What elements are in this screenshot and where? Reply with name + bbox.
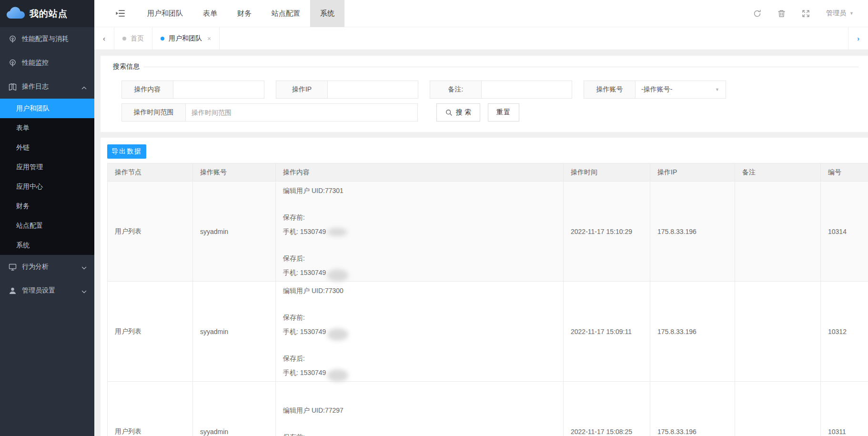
topnav-item-system[interactable]: 系统 bbox=[310, 0, 344, 27]
cell-time: 2022-11-17 15:08:25 bbox=[564, 382, 650, 436]
submenu-item-forms[interactable]: 表单 bbox=[0, 118, 94, 138]
cell-ip: 175.8.33.196 bbox=[650, 282, 735, 382]
submenu-item-system[interactable]: 系统 bbox=[0, 235, 94, 255]
topnav-item-forms[interactable]: 表单 bbox=[193, 0, 227, 27]
topnav-item-finance[interactable]: 财务 bbox=[227, 0, 262, 27]
search-field-note: 备注: bbox=[430, 81, 572, 99]
site-logo[interactable]: 我的站点 bbox=[0, 0, 94, 27]
app-window: 我的站点 性能配置与消耗 性能监控 操作日志 用户和团队 表单 bbox=[0, 0, 868, 436]
trash-icon[interactable] bbox=[777, 10, 786, 18]
reset-button-label: 重置 bbox=[496, 108, 511, 117]
cell-id: 10311 bbox=[821, 382, 868, 436]
broadcast-icon bbox=[9, 59, 17, 67]
monitor-icon bbox=[9, 263, 17, 271]
search-panel: 搜索信息 操作内容 操作IP 备注: bbox=[101, 56, 868, 132]
search-field-account: 操作账号 -操作账号- ▼ bbox=[584, 81, 726, 99]
tab-label: 用户和团队 bbox=[169, 34, 202, 43]
search-field-ip: 操作IP bbox=[276, 81, 418, 99]
sidebar-item-label: 操作日志 bbox=[22, 82, 49, 91]
table-header-row: 操作节点 操作账号 操作内容 操作时间 操作IP 备注 编号 bbox=[108, 163, 868, 182]
cell-note bbox=[735, 282, 821, 382]
cell-account: syyadmin bbox=[193, 182, 276, 282]
field-label: 操作时间范围 bbox=[122, 104, 186, 121]
chevron-up-icon bbox=[81, 84, 87, 90]
time-range-input[interactable] bbox=[186, 104, 417, 121]
close-tab-icon[interactable]: × bbox=[207, 35, 211, 42]
sidebar-item-admin-settings[interactable]: 管理员设置 bbox=[0, 279, 94, 303]
export-data-button[interactable]: 导出数据 bbox=[107, 144, 146, 159]
search-button[interactable]: 搜索 bbox=[436, 103, 480, 122]
tabs-scroll-right-button[interactable]: › bbox=[848, 27, 868, 50]
topnav-item-users-teams[interactable]: 用户和团队 bbox=[137, 0, 193, 27]
sidebar-item-performance-config[interactable]: 性能配置与消耗 bbox=[0, 27, 94, 51]
log-table-panel: 导出数据 操作节点 操作账号 操作内容 操作时间 操作IP 备注 bbox=[101, 138, 868, 436]
sidebar-item-performance-monitor[interactable]: 性能监控 bbox=[0, 51, 94, 75]
cell-ip: 175.8.33.196 bbox=[650, 182, 735, 282]
redacted-blur bbox=[327, 269, 348, 282]
submenu-item-app-management[interactable]: 应用管理 bbox=[0, 157, 94, 177]
table-row[interactable]: 用户列表 syyadmin 编辑用户 UID:77301 保存前: 手机: 15… bbox=[108, 182, 868, 282]
fullscreen-icon[interactable] bbox=[802, 10, 810, 18]
col-header-account: 操作账号 bbox=[193, 163, 276, 182]
tab-users-teams[interactable]: 用户和团队 × bbox=[152, 27, 220, 50]
reset-button[interactable]: 重置 bbox=[488, 103, 519, 122]
col-header-time: 操作时间 bbox=[564, 163, 650, 182]
operation-account-select[interactable]: -操作账号- ▼ bbox=[636, 81, 726, 98]
table-row[interactable]: 用户列表 syyadmin 编辑用户 UID:77297 保存前: 手机: 15… bbox=[108, 382, 868, 436]
cell-account: syyadmin bbox=[193, 282, 276, 382]
tab-label: 首页 bbox=[131, 34, 144, 43]
sidebar-item-operation-log[interactable]: 操作日志 bbox=[0, 75, 94, 99]
operation-log-submenu: 用户和团队 表单 外链 应用管理 应用中心 财务 站点配置 系统 bbox=[0, 99, 94, 255]
sidebar-item-label: 管理员设置 bbox=[22, 286, 55, 295]
submenu-item-app-center[interactable]: 应用中心 bbox=[0, 177, 94, 196]
cell-content: 编辑用户 UID:77300 保存前: 手机: 1530749 保存后: 手机:… bbox=[276, 282, 564, 382]
tabs-scroll-left-button[interactable]: ‹ bbox=[94, 27, 114, 50]
cell-node: 用户列表 bbox=[108, 282, 193, 382]
submenu-item-users-teams[interactable]: 用户和团队 bbox=[0, 99, 94, 118]
redacted-blur bbox=[327, 369, 348, 382]
col-header-note: 备注 bbox=[735, 163, 821, 182]
col-header-content: 操作内容 bbox=[276, 163, 564, 182]
topnav-item-site-config[interactable]: 站点配置 bbox=[262, 0, 310, 27]
search-icon bbox=[445, 109, 453, 116]
search-row-1: 操作内容 操作IP 备注: 操作账号 bbox=[121, 81, 858, 99]
table-row[interactable]: 用户列表 syyadmin 编辑用户 UID:77300 保存前: 手机: 15… bbox=[108, 282, 868, 382]
cell-time: 2022-11-17 15:09:11 bbox=[564, 282, 650, 382]
col-header-ip: 操作IP bbox=[650, 163, 735, 182]
note-input[interactable] bbox=[482, 81, 572, 98]
refresh-icon[interactable] bbox=[753, 10, 761, 18]
sidebar-item-label: 性能配置与消耗 bbox=[22, 35, 69, 43]
submenu-item-external-links[interactable]: 外链 bbox=[0, 138, 94, 157]
book-icon bbox=[9, 83, 17, 91]
operation-content-input[interactable] bbox=[173, 81, 264, 98]
cell-node: 用户列表 bbox=[108, 182, 193, 282]
tab-status-dot bbox=[161, 37, 164, 41]
tab-home[interactable]: 首页 bbox=[114, 27, 152, 50]
content-area: 搜索信息 操作内容 操作IP 备注: bbox=[94, 50, 868, 436]
submenu-item-finance[interactable]: 财务 bbox=[0, 196, 94, 216]
cell-note bbox=[735, 182, 821, 282]
redacted-blur bbox=[327, 328, 348, 341]
search-panel-title: 搜索信息 bbox=[110, 62, 143, 71]
operation-ip-input[interactable] bbox=[328, 81, 418, 98]
cell-ip: 175.8.33.196 bbox=[650, 382, 735, 436]
user-menu[interactable]: 管理员 ▼ bbox=[826, 9, 854, 18]
field-label: 备注: bbox=[430, 81, 482, 98]
sidebar-item-behavior-analysis[interactable]: 行为分析 bbox=[0, 255, 94, 279]
field-label: 操作账号 bbox=[584, 81, 636, 98]
selected-option: -操作账号- bbox=[641, 85, 672, 94]
chevron-down-icon bbox=[81, 264, 87, 270]
sidebar: 我的站点 性能配置与消耗 性能监控 操作日志 用户和团队 表单 bbox=[0, 0, 94, 436]
submenu-item-site-config[interactable]: 站点配置 bbox=[0, 216, 94, 235]
col-header-node: 操作节点 bbox=[108, 163, 193, 182]
user-icon bbox=[9, 287, 17, 295]
operation-log-table: 操作节点 操作账号 操作内容 操作时间 操作IP 备注 编号 用户列表 bbox=[107, 163, 868, 436]
cell-content: 编辑用户 UID:77301 保存前: 手机: 1530749 保存后: 手机:… bbox=[276, 182, 564, 282]
cell-id: 10314 bbox=[821, 182, 868, 282]
cell-note bbox=[735, 382, 821, 436]
chevron-down-icon: ▼ bbox=[715, 87, 719, 92]
cell-id: 10312 bbox=[821, 282, 868, 382]
search-button-label: 搜索 bbox=[456, 108, 473, 117]
collapse-sidebar-icon[interactable] bbox=[116, 10, 125, 17]
cell-node: 用户列表 bbox=[108, 382, 193, 436]
